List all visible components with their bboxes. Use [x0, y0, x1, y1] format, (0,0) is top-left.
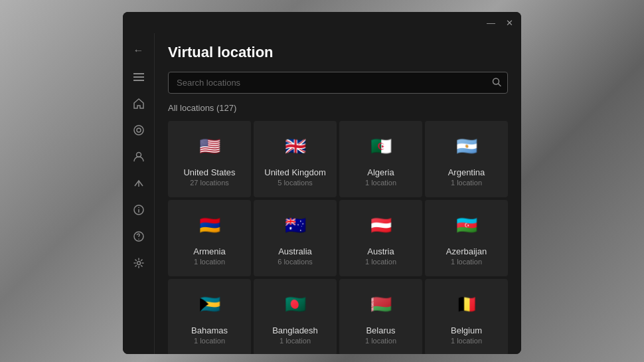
- flag-icon: 🇧🇸: [195, 290, 224, 319]
- main-layout: ←: [123, 33, 521, 354]
- help-icon[interactable]: [127, 225, 151, 248]
- svg-rect-1: [133, 76, 144, 78]
- flag-icon: 🇬🇧: [281, 132, 310, 161]
- country-name: Belarus: [366, 325, 395, 335]
- sidebar: ←: [123, 33, 155, 354]
- back-icon[interactable]: ←: [127, 39, 151, 62]
- flag-icon: 🇦🇷: [452, 132, 481, 161]
- location-card[interactable]: 🇦🇲Armenia1 location: [168, 200, 251, 276]
- location-count: 27 locations: [190, 179, 229, 187]
- country-name: Australia: [278, 246, 312, 256]
- flag-icon: 🇦🇺: [281, 211, 310, 240]
- close-button[interactable]: ✕: [506, 19, 513, 27]
- flag-icon: 🇧🇩: [281, 290, 310, 319]
- location-card[interactable]: 🇦🇷Argentina1 location: [425, 121, 508, 197]
- svg-point-12: [137, 262, 140, 265]
- svg-point-4: [137, 128, 141, 132]
- vpn-icon[interactable]: [127, 118, 151, 142]
- country-name: Azerbaijan: [446, 246, 487, 256]
- minimize-button[interactable]: —: [487, 19, 495, 27]
- search-button[interactable]: [492, 77, 501, 88]
- country-name: Armenia: [193, 246, 225, 256]
- svg-rect-2: [133, 80, 144, 81]
- page-title: Virtual location: [168, 44, 508, 61]
- country-name: Austria: [367, 246, 394, 256]
- section-label: All locations (127): [168, 103, 508, 113]
- flag-icon: 🇧🇾: [366, 290, 396, 319]
- country-name: Algeria: [367, 167, 394, 177]
- country-name: Argentina: [448, 167, 485, 177]
- country-name: United States: [183, 167, 235, 177]
- svg-point-9: [138, 207, 139, 209]
- title-bar-controls: — ✕: [487, 19, 513, 27]
- svg-point-3: [134, 126, 143, 135]
- location-card[interactable]: 🇦🇹Austria1 location: [339, 200, 422, 276]
- location-card[interactable]: 🇧🇸Bahamas1 location: [168, 279, 251, 354]
- location-card[interactable]: 🇬🇧United Kingdom5 locations: [254, 121, 337, 197]
- flag-icon: 🇦🇲: [195, 211, 224, 240]
- location-card[interactable]: 🇦🇺Australia6 locations: [254, 200, 337, 276]
- country-name: Bahamas: [191, 325, 228, 335]
- location-card[interactable]: 🇺🇸United States27 locations: [168, 121, 251, 197]
- country-name: Bangladesh: [272, 325, 318, 335]
- network-icon[interactable]: [127, 171, 151, 195]
- svg-line-14: [499, 84, 501, 86]
- location-count: 1 location: [194, 258, 225, 266]
- location-count: 5 locations: [278, 179, 313, 187]
- location-count: 1 location: [365, 179, 396, 187]
- content-area: Virtual location All locations (127) 🇺🇸U…: [155, 33, 521, 354]
- location-count: 1 location: [280, 337, 311, 345]
- search-input[interactable]: [168, 72, 508, 94]
- location-count: 1 location: [451, 258, 482, 266]
- info-icon[interactable]: [127, 198, 151, 222]
- flag-icon: 🇩🇿: [366, 132, 396, 161]
- search-container: [168, 72, 508, 94]
- account-icon[interactable]: [127, 145, 151, 169]
- flag-icon: 🇧🇪: [452, 290, 481, 319]
- settings-icon[interactable]: [127, 251, 151, 275]
- location-count: 1 location: [451, 179, 482, 187]
- flag-icon: 🇺🇸: [195, 132, 224, 161]
- title-bar: — ✕: [123, 12, 521, 33]
- location-count: 1 location: [365, 258, 396, 266]
- location-card[interactable]: 🇧🇩Bangladesh1 location: [254, 279, 337, 354]
- menu-icon[interactable]: [127, 65, 151, 89]
- country-name: Belgium: [451, 325, 482, 335]
- home-icon[interactable]: [127, 92, 151, 116]
- location-count: 1 location: [451, 337, 482, 345]
- location-card[interactable]: 🇧🇾Belarus1 location: [339, 279, 422, 354]
- country-name: United Kingdom: [264, 167, 326, 177]
- location-card[interactable]: 🇧🇪Belgium1 location: [425, 279, 508, 354]
- location-count: 1 location: [194, 337, 225, 345]
- flag-icon: 🇦🇿: [452, 211, 481, 240]
- location-card[interactable]: 🇩🇿Algeria1 location: [339, 121, 422, 197]
- svg-rect-0: [133, 73, 144, 74]
- location-count: 6 locations: [278, 258, 313, 266]
- svg-point-11: [138, 238, 139, 240]
- flag-icon: 🇦🇹: [366, 211, 396, 240]
- locations-grid: 🇺🇸United States27 locations🇬🇧United King…: [168, 121, 508, 354]
- app-window: — ✕ ←: [123, 12, 521, 354]
- location-count: 1 location: [365, 337, 396, 345]
- location-card[interactable]: 🇦🇿Azerbaijan1 location: [425, 200, 508, 276]
